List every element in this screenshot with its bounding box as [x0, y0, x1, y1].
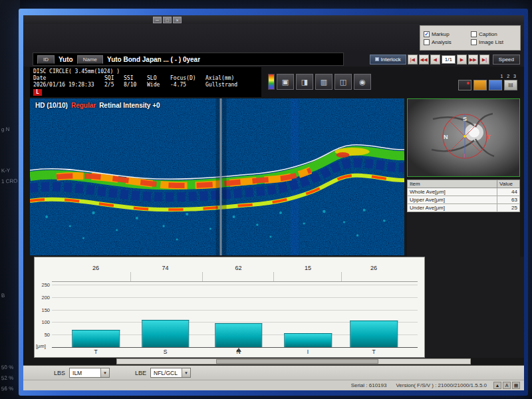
adjacent-monitor-text: 50 %: [1, 364, 13, 370]
display-options-panel: ✓ Markup ✓ Caption ✓ Analysis ✓ Image Li…: [420, 25, 521, 51]
last-page-button[interactable]: ▶|: [479, 55, 489, 65]
sector-value-label: 15: [305, 265, 311, 271]
toolbar-spacer: [23, 24, 420, 52]
chart-gridline: [52, 297, 418, 298]
horizontal-scrollbar[interactable]: [116, 358, 471, 364]
measure-item: Upper Ave[μm]: [408, 196, 497, 204]
sector-value-label: 26: [92, 265, 99, 271]
checkbox-icon: ✓: [471, 31, 477, 37]
adjacent-monitor-text: 56 %: [1, 386, 13, 392]
checkbox-icon: ✓: [424, 31, 430, 37]
y-tick-label: 50: [45, 332, 50, 338]
display-mode-button[interactable]: ▣: [277, 74, 294, 90]
chevron-down-icon[interactable]: ▼: [182, 368, 190, 377]
monitor-bezel: ─ □ × ✓ Markup ✓ Caption: [19, 9, 528, 396]
interlock-label: Interlock: [381, 57, 401, 63]
tray-grid-icon[interactable]: ▦: [512, 382, 520, 389]
fundus-image[interactable]: S N T I: [407, 98, 520, 177]
thickness-bar: [284, 333, 332, 347]
ime-icon[interactable]: A: [503, 382, 511, 389]
serial-number: Serial : 610193: [351, 382, 387, 388]
file-toolbar: 1 2 3 ▤: [458, 74, 517, 90]
y-tick-label: 200: [41, 295, 50, 301]
adjacent-monitor-text: K-Y: [1, 168, 11, 174]
minimize-button[interactable]: ─: [153, 17, 162, 23]
checkbox-icon: ✓: [471, 39, 477, 45]
sqi-header: SQI: [104, 75, 120, 82]
sector-axis-label: S: [164, 348, 168, 355]
oct-mode-label: Regular: [71, 102, 96, 109]
checkbox-label: Analysis: [432, 39, 452, 45]
scrollbar-thumb[interactable]: [216, 359, 378, 364]
analysis-checkbox[interactable]: ✓ Analysis: [424, 39, 469, 45]
value-column-header: Value: [497, 180, 520, 188]
checkbox-label: Caption: [479, 31, 497, 37]
prev-page-button[interactable]: ◀: [430, 55, 440, 65]
split-view-button[interactable]: ◨: [296, 74, 313, 90]
thickness-bar: [142, 320, 190, 348]
close-button[interactable]: ×: [173, 17, 182, 23]
focus-value: -4.75: [170, 82, 202, 88]
slo-value: Wide: [147, 82, 167, 88]
interlock-button[interactable]: Interlock: [370, 55, 406, 65]
scan-info-block: DISC CIRCLE( 3.45mm(1024) ) Date SQI SSI…: [30, 67, 261, 97]
next-page-button[interactable]: ▶: [457, 55, 467, 65]
scan-parameter-row: DISC CIRCLE( 3.45mm(1024) ) Date SQI SSI…: [23, 66, 524, 97]
compare-view-button[interactable]: ◫: [334, 74, 352, 90]
capture-button[interactable]: ◉: [354, 74, 371, 90]
speed-button[interactable]: Speed: [493, 55, 520, 65]
thickness-bar: [72, 330, 120, 347]
lbs-dropdown[interactable]: ILM ▼: [69, 368, 110, 378]
lbe-dropdown[interactable]: NFL/GCL ▼: [150, 368, 191, 378]
prev-fast-button[interactable]: ◀◀: [419, 55, 429, 65]
scan-parameter-values: 2026/01/16 19:28:33 2/5 8/10 Wide -4.75 …: [33, 82, 258, 88]
camera-icon[interactable]: [458, 80, 471, 90]
chart-y-axis: [μm] 25020015010050: [35, 257, 52, 357]
interlock-icon: [375, 57, 379, 61]
print-icon[interactable]: ▤: [504, 80, 517, 90]
oct-bscan-image: [30, 98, 404, 255]
window-controls: ─ □ ×: [153, 17, 182, 23]
report-view-button[interactable]: ▥: [315, 74, 332, 90]
checkbox-label: Image List: [479, 39, 503, 45]
folder-icon[interactable]: [473, 80, 487, 90]
fundus-photo: S N T I: [408, 99, 519, 176]
oct-hd-label: HD (10/10): [35, 102, 68, 109]
version-info: Version( F/S/V ) : 21000/21000/1.5.5.0: [396, 382, 487, 388]
sector-value-label: 26: [370, 265, 377, 271]
lbe-label: LBE: [135, 370, 146, 376]
sector-values-band: 2674621526: [52, 257, 418, 282]
chart-side-filler: [425, 257, 524, 358]
compass-n: N: [444, 134, 448, 140]
sector-axis-label: I: [307, 348, 309, 355]
sector-axis-label: T: [94, 348, 97, 355]
compass-t: T: [487, 134, 491, 140]
y-axis-unit: [μm]: [36, 343, 46, 349]
patient-nav-row: ID Yuto Name Yuto Bond Japan ... ( - ) 0…: [23, 52, 524, 66]
compass-s: S: [463, 116, 467, 122]
first-page-button[interactable]: |◀: [408, 55, 418, 65]
top-toolbar-row: ✓ Markup ✓ Caption ✓ Analysis ✓ Image Li…: [23, 24, 524, 52]
restore-button[interactable]: □: [163, 17, 172, 23]
oct-scan-label: HD (10/10) Regular Retinal Intensity +0: [35, 102, 160, 109]
adjacent-monitor: g N K-Y 1 CRO B 50 % 52 % 56 %: [0, 0, 20, 399]
view-mode-toolbar: ▣ ◨ ▥ ◫ ◉: [268, 74, 371, 90]
caption-checkbox[interactable]: ✓ Caption: [471, 31, 517, 37]
next-fast-button[interactable]: ▶▶: [468, 55, 478, 65]
date-header: Date: [33, 75, 101, 82]
save-icon[interactable]: [489, 80, 502, 90]
window-titlebar: ─ □ ×: [23, 15, 524, 24]
tray-up-icon[interactable]: ▲: [493, 382, 501, 389]
image-list-checkbox[interactable]: ✓ Image List: [471, 39, 517, 45]
chevron-down-icon[interactable]: ▼: [100, 368, 109, 377]
measure-value: 63: [497, 196, 520, 204]
item-column-header: Item: [408, 180, 497, 188]
oct-bscan-view[interactable]: HD (10/10) Regular Retinal Intensity +0: [30, 98, 404, 255]
scan-center-line: [220, 98, 222, 255]
patient-bar: ID Yuto Name Yuto Bond Japan ... ( - ) 0…: [33, 53, 344, 66]
eye-side-badge: L: [33, 89, 42, 96]
markup-checkbox[interactable]: ✓ Markup: [424, 31, 469, 37]
status-bar: Serial : 610193 Version( F/S/V ) : 21000…: [23, 380, 524, 390]
panel-filler: [407, 212, 520, 257]
sector-axis-label: T: [372, 348, 375, 355]
